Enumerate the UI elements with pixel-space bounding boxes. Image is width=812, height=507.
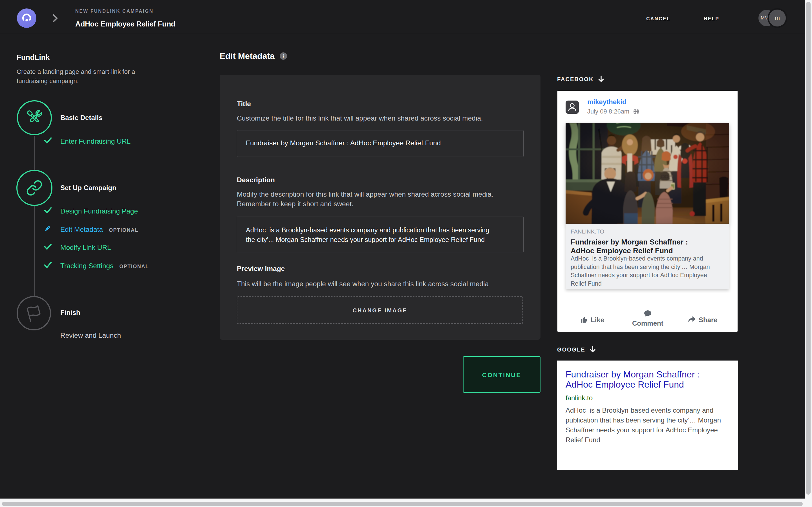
svg-text:i: i [283, 53, 284, 59]
